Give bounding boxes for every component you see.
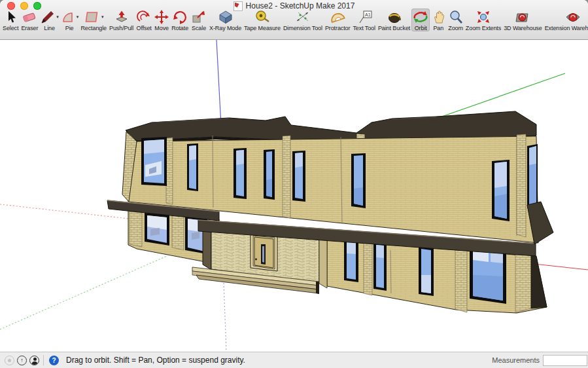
tool-extension-warehouse[interactable]: Extension Warehouse <box>544 9 588 31</box>
window <box>373 243 387 291</box>
house-model[interactable] <box>107 111 553 313</box>
stone-strip <box>515 252 531 312</box>
svg-text:A1: A1 <box>365 12 371 17</box>
tape-measure-icon <box>254 10 271 24</box>
tool-select[interactable]: Select <box>1 9 20 31</box>
rotate-icon <box>171 10 188 24</box>
window <box>264 149 275 200</box>
status-divider <box>43 355 44 365</box>
window <box>527 144 538 210</box>
status-bar: ↑ ? Drag to orbit. Shift = Pan, Option =… <box>0 352 588 368</box>
geolocation-icon[interactable] <box>5 356 14 365</box>
credit-icon[interactable]: ↑ <box>17 356 27 365</box>
offset-icon <box>135 10 152 24</box>
x-ray-mode-icon <box>217 10 234 24</box>
stone-strip <box>364 241 372 295</box>
chevron-down-icon[interactable]: ▾ <box>56 14 59 20</box>
tool-zoom[interactable]: Zoom <box>447 9 464 31</box>
zoom-extents-icon <box>475 10 492 24</box>
dimension-icon <box>294 10 311 24</box>
tool-text[interactable]: A1 Text Tool <box>351 9 376 31</box>
window <box>145 213 169 246</box>
tool-protractor[interactable]: Protractor <box>324 9 352 31</box>
tool-rectangle[interactable]: ▾ Rectangle <box>79 9 108 31</box>
tool-zoom-extents[interactable]: Zoom Extents <box>464 9 502 31</box>
tool-tape-measure[interactable]: Tape Measure <box>243 9 282 31</box>
window <box>419 247 434 296</box>
tool-x-ray-mode[interactable]: X-Ray Mode <box>208 9 243 31</box>
window <box>344 240 358 282</box>
step-end-cap <box>316 282 319 294</box>
tool-move[interactable]: Move <box>153 9 170 31</box>
door-glass <box>262 246 264 263</box>
chevron-down-icon[interactable]: ▾ <box>101 14 104 20</box>
tool-paint-bucket[interactable]: Paint Bucket <box>377 9 411 31</box>
zoom-icon <box>448 10 464 24</box>
line-icon <box>40 10 56 24</box>
green-axis-dotted <box>0 256 167 329</box>
door-handle <box>255 259 257 261</box>
eraser-icon <box>21 10 38 24</box>
window <box>233 148 247 199</box>
tool-scale[interactable]: Scale <box>190 9 208 31</box>
orbit-icon <box>412 10 429 24</box>
tool-rotate[interactable]: Rotate <box>170 9 190 31</box>
stone-strip <box>517 134 526 237</box>
stone-strip <box>283 136 290 218</box>
protractor-icon <box>329 10 346 24</box>
tool-pan[interactable]: Pan <box>430 9 447 31</box>
blue-axis-solid <box>216 40 221 126</box>
stone-strip <box>166 138 173 204</box>
push-pull-icon <box>113 10 130 24</box>
select-icon <box>2 10 19 24</box>
stone-strip <box>130 212 142 247</box>
window <box>470 248 506 304</box>
text-tool-icon: A1 <box>356 10 373 24</box>
window <box>141 137 167 186</box>
rectangle-icon <box>84 10 101 24</box>
tool-3d-warehouse[interactable]: 3D Warehouse <box>502 9 544 31</box>
tool-line[interactable]: ▾ Line <box>39 9 60 31</box>
blue-axis-dotted <box>224 283 226 351</box>
pan-icon <box>430 10 446 24</box>
tool-dimension[interactable]: Dimension Tool <box>282 9 324 31</box>
tool-push-pull[interactable]: Push/Pull <box>108 9 135 31</box>
user-icon[interactable] <box>29 356 39 365</box>
measurements-label: Measurements <box>492 356 540 364</box>
green-axis-solid <box>436 73 565 119</box>
titlebar-toolbar: House2 - SketchUp Make 2017 Select Erase… <box>0 0 588 40</box>
tool-pie[interactable]: ▾ Pie <box>60 9 80 31</box>
stone-column <box>455 243 467 312</box>
move-icon <box>154 10 169 24</box>
right-corner-shade <box>531 254 547 308</box>
tool-orbit[interactable]: Orbit <box>411 9 430 31</box>
chevron-down-icon[interactable]: ▾ <box>77 14 79 20</box>
help-icon[interactable]: ? <box>49 356 59 365</box>
window <box>492 160 510 221</box>
toolbar: Select Eraser ▾ Line ▾ Pie ▾ Rectangle P… <box>1 9 588 39</box>
window <box>351 153 366 208</box>
extension-warehouse-icon <box>564 10 581 24</box>
tool-eraser[interactable]: Eraser <box>20 9 39 31</box>
model-viewport[interactable] <box>0 40 588 352</box>
paint-bucket-icon <box>386 10 403 24</box>
pie-icon <box>60 10 76 24</box>
viewport-canvas[interactable] <box>0 40 588 352</box>
status-message: Drag to orbit. Shift = Pan, Option = sus… <box>66 356 245 365</box>
window <box>292 151 305 202</box>
measurements-input[interactable] <box>543 355 587 366</box>
tool-offset[interactable]: Offset <box>135 9 153 31</box>
sketchup-window: House2 - SketchUp Make 2017 Select Erase… <box>0 0 588 368</box>
scale-icon <box>190 10 207 24</box>
stone-strip <box>172 214 184 250</box>
warehouse-3d-icon <box>514 10 531 24</box>
window <box>187 143 198 191</box>
